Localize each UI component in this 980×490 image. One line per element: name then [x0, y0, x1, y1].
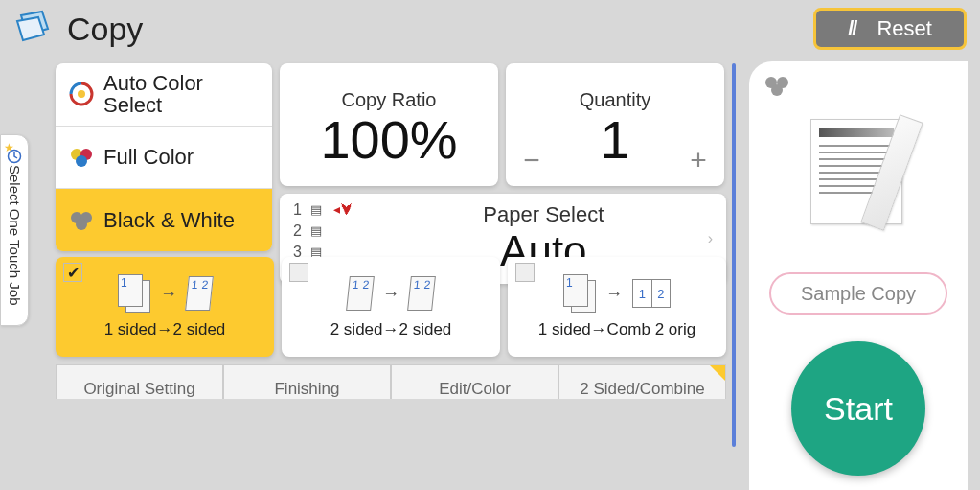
side-tab-label: Select One Touch Job [7, 165, 23, 305]
checkbox-icon: ✔ [63, 263, 82, 282]
sided-option-1to2[interactable]: ✔ 21 → 12 1 sided→2 sided [56, 257, 274, 357]
tab-label: Finishing [274, 380, 339, 399]
main-panel: Auto Color Select Full Color Black & Whi… [56, 63, 726, 490]
scrollbar[interactable] [732, 63, 736, 447]
svg-point-1 [78, 90, 85, 98]
start-label: Start [824, 390, 893, 428]
svg-point-4 [76, 155, 87, 167]
reset-label: Reset [877, 16, 931, 41]
reset-button[interactable]: // Reset [813, 8, 967, 50]
bw-mode-icon [763, 75, 954, 102]
auto-color-icon [65, 81, 98, 107]
preview-image [791, 109, 925, 234]
svg-point-10 [771, 84, 783, 96]
copy-ratio-label: Copy Ratio [342, 89, 437, 111]
sided-illustration: 21 → 12 [118, 270, 212, 316]
bypass-icon: ◂⮟ [333, 200, 353, 220]
color-option-full[interactable]: Full Color [56, 127, 272, 190]
clock-icon [7, 149, 22, 167]
sided-option-comb2[interactable]: 21 → 12 1 sided→Comb 2 orig [508, 257, 726, 357]
arrow-icon: → [382, 284, 399, 304]
quantity-card[interactable]: Quantity 1 − + [506, 63, 724, 186]
sample-copy-label: Sample Copy [801, 283, 916, 305]
row1-right: Copy Ratio 100% Quantity 1 − + 1▤◂⮟ 2▤ 3… [280, 63, 726, 251]
tray-icon: ▤ [310, 222, 322, 240]
start-button[interactable]: Start [791, 341, 925, 476]
sample-copy-button[interactable]: Sample Copy [769, 272, 947, 315]
tab-label: Original Setting [83, 380, 194, 399]
checkbox-icon [515, 263, 535, 282]
tab-label: 2 Sided/Combine [580, 380, 704, 399]
copy-ratio-value: 100% [320, 113, 457, 167]
quantity-plus-button[interactable]: + [682, 144, 715, 176]
copy-screen: Copy // Reset ★ Select One Touch Job Aut… [0, 0, 980, 490]
tab-finishing[interactable]: Finishing [223, 364, 391, 399]
svg-point-7 [76, 219, 87, 230]
sided-row: ✔ 21 → 12 1 sided→2 sided 12 → 12 2 side… [56, 257, 726, 357]
color-option-full-label: Full Color [103, 146, 194, 168]
sided-label-comb2: 1 sided→Comb 2 orig [538, 320, 695, 339]
row-top: Auto Color Select Full Color Black & Whi… [56, 63, 726, 251]
checkbox-icon [289, 263, 308, 282]
sided-option-2to2[interactable]: 12 → 12 2 sided→2 sided [282, 257, 500, 357]
color-option-bw-label: Black & White [103, 209, 235, 231]
sided-illustration: 12 → 12 [348, 270, 434, 316]
color-mode-list: Auto Color Select Full Color Black & Whi… [56, 63, 272, 251]
color-option-bw[interactable]: Black & White [56, 189, 272, 251]
sided-label-1to2: 1 sided→2 sided [104, 320, 226, 339]
tray-1-num: 1 [293, 199, 303, 221]
full-color-icon [65, 147, 98, 168]
tray-icon: ▤ [310, 201, 322, 219]
quantity-value: 1 [600, 113, 629, 167]
tab-label: Edit/Color [439, 380, 511, 399]
sided-illustration: 21 → 12 [563, 270, 671, 316]
tab-original-setting[interactable]: Original Setting [56, 364, 223, 399]
header: Copy // Reset [0, 0, 980, 58]
paper-select-label: Paper Select [379, 202, 708, 227]
quantity-minus-button[interactable]: − [515, 144, 548, 176]
tab-edit-color[interactable]: Edit/Color [391, 364, 558, 399]
page-title: Copy [67, 11, 143, 48]
color-option-auto[interactable]: Auto Color Select [56, 63, 272, 127]
copy-icon [13, 10, 54, 48]
right-panel: Sample Copy Start [749, 61, 968, 490]
arrow-icon: → [605, 284, 623, 304]
arrow-icon: → [160, 284, 177, 304]
bottom-tabs: Original Setting Finishing Edit/Color 2 … [56, 364, 726, 399]
sided-label-2to2: 2 sided→2 sided [330, 320, 452, 339]
bw-icon [65, 210, 98, 231]
tray-2-num: 2 [293, 221, 303, 242]
reset-icon: // [848, 16, 855, 41]
quantity-label: Quantity [580, 89, 650, 111]
copy-ratio-card[interactable]: Copy Ratio 100% [280, 63, 498, 186]
tab-2sided-combine[interactable]: 2 Sided/Combine [558, 364, 726, 399]
side-tab-one-touch[interactable]: ★ Select One Touch Job [0, 134, 29, 326]
color-option-auto-label: Auto Color Select [103, 72, 203, 116]
chevron-right-icon: › [708, 230, 713, 247]
row1-top: Copy Ratio 100% Quantity 1 − + [280, 63, 726, 186]
